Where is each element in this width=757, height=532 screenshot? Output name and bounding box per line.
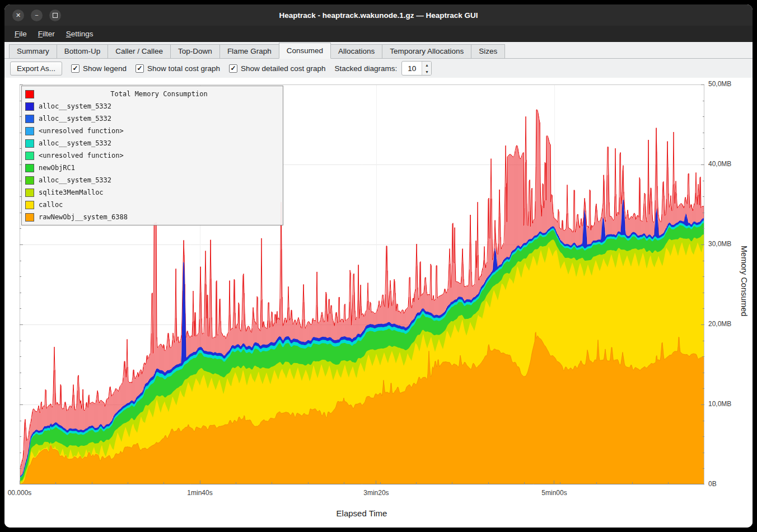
legend-color-swatch bbox=[25, 127, 34, 135]
legend-item: alloc__system_5332 bbox=[25, 112, 279, 125]
checkbox-label: Show total cost graph bbox=[147, 64, 220, 73]
legend-item: <unresolved function> bbox=[25, 125, 279, 137]
legend-item-label: alloc__system_5332 bbox=[39, 139, 111, 147]
legend-color-swatch bbox=[25, 139, 34, 148]
legend-item-label: <unresolved function> bbox=[39, 127, 124, 135]
x-axis-tick-label: 1min40s bbox=[187, 489, 212, 497]
legend-color-swatch bbox=[25, 90, 34, 98]
menu-filter[interactable]: Filter bbox=[32, 27, 60, 40]
checkmark-icon: ✓ bbox=[71, 64, 80, 73]
chevron-down-icon: ▼ bbox=[425, 70, 429, 74]
y-axis-tick-label: 10,0MB bbox=[708, 400, 731, 408]
tab-bar: SummaryBottom-UpCaller / CalleeTop-DownF… bbox=[4, 42, 753, 59]
stacked-diagrams-group: Stacked diagrams: 10 ▲ ▼ bbox=[335, 61, 432, 76]
legend-color-swatch bbox=[25, 213, 34, 222]
tab-sizes[interactable]: Sizes bbox=[471, 44, 505, 58]
legend-title-row: Total Memory Consumption bbox=[25, 88, 279, 100]
x-axis-title: Elapsed Time bbox=[337, 509, 387, 518]
legend-item-label: calloc bbox=[39, 201, 63, 209]
stacked-diagrams-spinbox[interactable]: 10 ▲ ▼ bbox=[401, 61, 432, 76]
stacked-diagrams-value: 10 bbox=[402, 62, 422, 75]
checkmark-icon: ✓ bbox=[229, 64, 237, 73]
stacked-diagrams-decrement[interactable]: ▼ bbox=[422, 68, 431, 75]
checkbox-show-detailed-cost-graph[interactable]: ✓Show detailed cost graph bbox=[229, 64, 326, 73]
close-icon: ✕ bbox=[16, 12, 21, 18]
checkmark-icon: ✓ bbox=[135, 64, 144, 73]
checkbox-label: Show detailed cost graph bbox=[241, 64, 326, 73]
legend-color-swatch bbox=[25, 189, 34, 197]
legend-item: calloc bbox=[25, 199, 279, 211]
spin-buttons: ▲ ▼ bbox=[422, 62, 431, 75]
legend-item-label: newObjRC1 bbox=[39, 164, 75, 172]
y-axis-tick-label: 50,0MB bbox=[708, 80, 731, 88]
stacked-diagrams-label: Stacked diagrams: bbox=[335, 64, 398, 73]
checkbox-group: ✓Show legend✓Show total cost graph✓Show … bbox=[71, 64, 326, 73]
tab-bottom-up[interactable]: Bottom-Up bbox=[57, 44, 109, 58]
window-title: Heaptrack - heaptrack.wakunode.1.gz — He… bbox=[4, 11, 753, 20]
consumed-chart-area: Total Memory Consumptionalloc__system_53… bbox=[4, 78, 753, 528]
y-axis-tick-label: 20,0MB bbox=[708, 320, 731, 328]
x-axis-tick-label: 00.000s bbox=[8, 489, 32, 497]
tab-temporary-allocations[interactable]: Temporary Allocations bbox=[382, 44, 471, 58]
checkbox-show-legend[interactable]: ✓Show legend bbox=[71, 64, 127, 73]
legend-item: <unresolved function> bbox=[25, 149, 279, 162]
legend-item-label: <unresolved function> bbox=[39, 152, 124, 159]
y-axis-tick-label: 0B bbox=[708, 480, 717, 488]
tab-top-down[interactable]: Top-Down bbox=[170, 44, 220, 58]
titlebar: ✕ − Heaptrack - heaptrack.wakunode.1.gz … bbox=[4, 4, 753, 26]
close-button[interactable]: ✕ bbox=[12, 10, 24, 21]
minimize-icon: − bbox=[35, 12, 38, 18]
tab-summary[interactable]: Summary bbox=[9, 44, 57, 58]
x-axis-tick-label: 5min00s bbox=[541, 489, 567, 497]
legend-item-label: rawNewObj__system_6388 bbox=[39, 213, 128, 221]
toolbar: Export As... ✓Show legend✓Show total cos… bbox=[4, 59, 753, 78]
minimize-button[interactable]: − bbox=[31, 10, 43, 21]
legend-color-swatch bbox=[25, 176, 34, 185]
legend-item-label: alloc__system_5332 bbox=[39, 102, 111, 110]
chart-legend: Total Memory Consumptionalloc__system_53… bbox=[21, 86, 283, 225]
checkbox-show-total-cost-graph[interactable]: ✓Show total cost graph bbox=[135, 64, 220, 73]
chevron-up-icon: ▲ bbox=[425, 63, 429, 67]
legend-item: alloc__system_5332 bbox=[25, 174, 279, 186]
legend-item: sqlite3MemMalloc bbox=[25, 186, 279, 199]
legend-item-label: alloc__system_5332 bbox=[39, 176, 111, 184]
y-axis-tick-label: 40,0MB bbox=[708, 160, 731, 168]
tab-flame-graph[interactable]: Flame Graph bbox=[219, 44, 279, 58]
y-axis-title: Memory Consumed bbox=[740, 246, 749, 317]
tab-caller-callee[interactable]: Caller / Callee bbox=[108, 44, 171, 58]
legend-title: Total Memory Consumption bbox=[39, 90, 279, 98]
y-axis-tick-label: 30,0MB bbox=[708, 240, 731, 248]
legend-color-swatch bbox=[25, 152, 34, 160]
export-as-button[interactable]: Export As... bbox=[10, 62, 62, 76]
tab-consumed[interactable]: Consumed bbox=[279, 43, 331, 59]
window-controls: ✕ − bbox=[12, 4, 61, 26]
x-axis-tick-label: 3min20s bbox=[363, 489, 389, 497]
stacked-diagrams-increment[interactable]: ▲ bbox=[422, 62, 431, 68]
legend-color-swatch bbox=[25, 115, 34, 123]
maximize-button[interactable] bbox=[49, 10, 61, 21]
legend-color-swatch bbox=[25, 201, 34, 209]
legend-item: alloc__system_5332 bbox=[25, 100, 279, 112]
checkbox-label: Show legend bbox=[83, 64, 127, 73]
tab-allocations[interactable]: Allocations bbox=[330, 44, 382, 58]
menu-bar: FileFilterSettings bbox=[4, 26, 753, 42]
menu-file[interactable]: File bbox=[9, 27, 32, 40]
legend-color-swatch bbox=[25, 164, 34, 172]
menu-settings[interactable]: Settings bbox=[60, 27, 99, 40]
legend-item-label: alloc__system_5332 bbox=[39, 115, 111, 123]
heaptrack-window: ✕ − Heaptrack - heaptrack.wakunode.1.gz … bbox=[4, 4, 753, 528]
legend-item-label: sqlite3MemMalloc bbox=[39, 189, 104, 196]
legend-item: alloc__system_5332 bbox=[25, 137, 279, 149]
legend-item: rawNewObj__system_6388 bbox=[25, 211, 279, 223]
legend-color-swatch bbox=[25, 102, 34, 111]
maximize-icon bbox=[53, 13, 58, 18]
legend-item: newObjRC1 bbox=[25, 162, 279, 174]
